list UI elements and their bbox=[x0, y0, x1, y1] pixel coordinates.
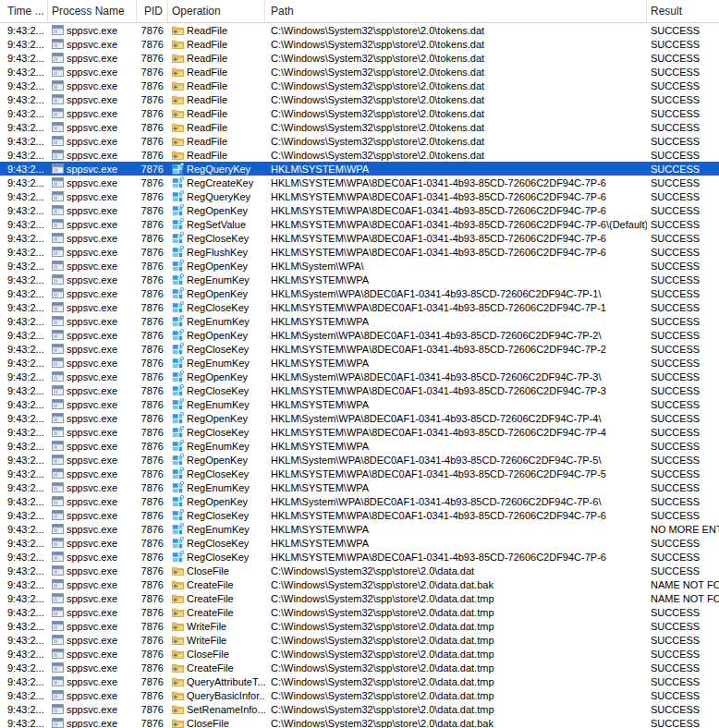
table-row[interactable]: 9:43:2...sppsvc.exe7876RegCloseKeyHKLM\S… bbox=[0, 300, 719, 314]
table-row[interactable]: 9:43:2...sppsvc.exe7876CreateFileC:\Wind… bbox=[0, 577, 719, 591]
process-name-text: sppsvc.exe bbox=[67, 25, 117, 36]
process-name-text: sppsvc.exe bbox=[67, 690, 117, 701]
process-window-icon bbox=[52, 661, 64, 673]
column-header-time[interactable]: Time ... bbox=[0, 0, 48, 22]
time-cell: 9:43:2... bbox=[0, 162, 48, 176]
process-name-text: sppsvc.exe bbox=[67, 330, 117, 341]
table-row[interactable]: 9:43:2...sppsvc.exe7876RegQueryKeyHKLM\S… bbox=[0, 189, 719, 203]
table-row[interactable]: 9:43:2...sppsvc.exe7876RegCloseKeyHKLM\S… bbox=[0, 508, 719, 522]
time-cell: 9:43:2... bbox=[0, 273, 48, 286]
table-row[interactable]: 9:43:2...sppsvc.exe7876RegEnumKeyHKLM\SY… bbox=[0, 522, 719, 536]
pid-cell: 7876 bbox=[137, 550, 168, 564]
operation-cell: RegCloseKey bbox=[168, 231, 265, 245]
table-row[interactable]: 9:43:2...sppsvc.exe7876ReadFileC:\Window… bbox=[0, 51, 719, 65]
table-row[interactable]: 9:43:2...sppsvc.exe7876QueryAttributeT..… bbox=[0, 674, 719, 688]
column-header-pid[interactable]: PID bbox=[137, 0, 168, 22]
table-row[interactable]: 9:43:2...sppsvc.exe7876RegCloseKeyHKLM\S… bbox=[0, 550, 719, 564]
path-cell: HKLM\SYSTEM\WPA\8DEC0AF1-0341-4b93-85CD-… bbox=[265, 550, 647, 564]
table-row[interactable]: 9:43:2...sppsvc.exe7876CloseFileC:\Windo… bbox=[0, 564, 719, 577]
operation-cell: RegOpenKey bbox=[168, 259, 265, 273]
table-row[interactable]: 9:43:2...sppsvc.exe7876ReadFileC:\Window… bbox=[0, 79, 719, 92]
process-name-text: sppsvc.exe bbox=[67, 53, 117, 64]
table-row[interactable]: 9:43:2...sppsvc.exe7876RegSetValueHKLM\S… bbox=[0, 217, 719, 231]
table-row[interactable]: 9:43:2...sppsvc.exe7876RegCloseKeyHKLM\S… bbox=[0, 342, 719, 356]
table-row[interactable]: 9:43:2...sppsvc.exe7876CreateFileC:\Wind… bbox=[0, 591, 719, 605]
table-row[interactable]: 9:43:2...sppsvc.exe7876RegOpenKeyHKLM\Sy… bbox=[0, 370, 719, 383]
result-cell: SUCCESS bbox=[647, 51, 719, 65]
path-cell: C:\Windows\System32\spp\store\2.0\tokens… bbox=[265, 79, 647, 92]
table-row[interactable]: 9:43:2...sppsvc.exe7876RegFlushKeyHKLM\S… bbox=[0, 245, 719, 259]
table-row[interactable]: 9:43:2...sppsvc.exe7876CreateFileC:\Wind… bbox=[0, 605, 719, 619]
process-name-text: sppsvc.exe bbox=[67, 593, 117, 604]
column-header-result[interactable]: Result bbox=[647, 0, 719, 22]
table-row[interactable]: 9:43:2...sppsvc.exe7876ReadFileC:\Window… bbox=[0, 106, 719, 120]
table-row[interactable]: 9:43:2...sppsvc.exe7876RegOpenKeyHKLM\Sy… bbox=[0, 411, 719, 425]
table-row[interactable]: 9:43:2...sppsvc.exe7876RegOpenKeyHKLM\Sy… bbox=[0, 259, 719, 273]
table-row[interactable]: 9:43:2...sppsvc.exe7876WriteFileC:\Windo… bbox=[0, 619, 719, 633]
table-row[interactable]: 9:43:2...sppsvc.exe7876RegEnumKeyHKLM\SY… bbox=[0, 314, 719, 328]
registry-key-icon bbox=[172, 357, 184, 369]
table-row[interactable]: 9:43:2...sppsvc.exe7876ReadFileC:\Window… bbox=[0, 134, 719, 148]
table-row[interactable]: 9:43:2...sppsvc.exe7876QueryBasicInfor..… bbox=[0, 688, 719, 702]
process-name-text: sppsvc.exe bbox=[67, 704, 117, 715]
process-name-text: sppsvc.exe bbox=[67, 136, 117, 147]
table-row[interactable]: 9:43:2...sppsvc.exe7876RegOpenKeyHKLM\Sy… bbox=[0, 494, 719, 508]
table-row[interactable]: 9:43:2...sppsvc.exe7876RegEnumKeyHKLM\SY… bbox=[0, 273, 719, 286]
time-cell: 9:43:2... bbox=[0, 231, 48, 245]
column-header-operation[interactable]: Operation bbox=[168, 0, 265, 22]
table-row[interactable]: 9:43:2...sppsvc.exe7876RegCloseKeyHKLM\S… bbox=[0, 536, 719, 550]
operation-text: RegEnumKey bbox=[187, 399, 250, 410]
table-row[interactable]: 9:43:2...sppsvc.exe7876RegCloseKeyHKLM\S… bbox=[0, 467, 719, 480]
table-row[interactable]: 9:43:2...sppsvc.exe7876WriteFileC:\Windo… bbox=[0, 633, 719, 647]
column-header-path[interactable]: Path bbox=[265, 0, 647, 22]
process-name-text: sppsvc.exe bbox=[67, 538, 117, 549]
table-row[interactable]: 9:43:2...sppsvc.exe7876ReadFileC:\Window… bbox=[0, 65, 719, 79]
process-name-text: sppsvc.exe bbox=[67, 316, 117, 327]
time-cell: 9:43:2... bbox=[0, 148, 48, 162]
table-row[interactable]: 9:43:2...sppsvc.exe7876CreateFileC:\Wind… bbox=[0, 661, 719, 674]
table-row[interactable]: 9:43:2...sppsvc.exe7876RegEnumKeyHKLM\SY… bbox=[0, 480, 719, 494]
table-row[interactable]: 9:43:2...sppsvc.exe7876RegCloseKeyHKLM\S… bbox=[0, 425, 719, 439]
table-row[interactable]: 9:43:2...sppsvc.exe7876SetRenameInfo...C… bbox=[0, 702, 719, 716]
path-cell: C:\Windows\System32\spp\store\2.0\tokens… bbox=[265, 106, 647, 120]
table-row[interactable]: 9:43:2...sppsvc.exe7876ReadFileC:\Window… bbox=[0, 148, 719, 162]
folder-file-icon bbox=[172, 578, 184, 590]
result-cell: SUCCESS bbox=[647, 716, 719, 728]
table-row[interactable]: 9:43:2...sppsvc.exe7876RegCreateKeyHKLM\… bbox=[0, 176, 719, 189]
path-cell: HKLM\SYSTEM\WPA\8DEC0AF1-0341-4b93-85CD-… bbox=[265, 217, 647, 231]
table-row[interactable]: 9:43:2...sppsvc.exe7876CloseFileC:\Windo… bbox=[0, 647, 719, 661]
table-row[interactable]: 9:43:2...sppsvc.exe7876ReadFileC:\Window… bbox=[0, 37, 719, 51]
path-cell: HKLM\System\WPA\8DEC0AF1-0341-4b93-85CD-… bbox=[265, 328, 647, 342]
column-header-process[interactable]: Process Name bbox=[48, 0, 137, 22]
table-row[interactable]: 9:43:2...sppsvc.exe7876ReadFileC:\Window… bbox=[0, 23, 719, 37]
operation-cell: RegEnumKey bbox=[168, 356, 265, 370]
table-row[interactable]: 9:43:2...sppsvc.exe7876RegOpenKeyHKLM\SY… bbox=[0, 203, 719, 217]
table-row-selected[interactable]: 9:43:2...sppsvc.exe7876RegQueryKeyHKLM\S… bbox=[0, 162, 719, 176]
path-cell: HKLM\SYSTEM\WPA\8DEC0AF1-0341-4b93-85CD-… bbox=[265, 342, 647, 356]
folder-file-icon bbox=[172, 93, 184, 105]
time-cell: 9:43:2... bbox=[0, 467, 48, 480]
process-window-icon bbox=[52, 329, 64, 341]
column-header-pid-label: PID bbox=[144, 5, 163, 18]
result-cell: SUCCESS bbox=[647, 342, 719, 356]
table-row[interactable]: 9:43:2...sppsvc.exe7876RegEnumKeyHKLM\SY… bbox=[0, 356, 719, 370]
table-row[interactable]: 9:43:2...sppsvc.exe7876RegCloseKeyHKLM\S… bbox=[0, 383, 719, 397]
pid-cell: 7876 bbox=[137, 273, 168, 286]
result-cell: SUCCESS bbox=[647, 550, 719, 564]
table-row[interactable]: 9:43:2...sppsvc.exe7876ReadFileC:\Window… bbox=[0, 92, 719, 106]
process-window-icon bbox=[52, 717, 64, 728]
table-row[interactable]: 9:43:2...sppsvc.exe7876RegCloseKeyHKLM\S… bbox=[0, 231, 719, 245]
table-row[interactable]: 9:43:2...sppsvc.exe7876ReadFileC:\Window… bbox=[0, 120, 719, 134]
process-cell: sppsvc.exe bbox=[48, 176, 137, 189]
table-row[interactable]: 9:43:2...sppsvc.exe7876CloseFileC:\Windo… bbox=[0, 716, 719, 728]
table-row[interactable]: 9:43:2...sppsvc.exe7876RegEnumKeyHKLM\SY… bbox=[0, 397, 719, 411]
time-cell: 9:43:2... bbox=[0, 577, 48, 591]
table-row[interactable]: 9:43:2...sppsvc.exe7876RegOpenKeyHKLM\Sy… bbox=[0, 286, 719, 300]
result-cell: SUCCESS bbox=[647, 134, 719, 148]
pid-cell: 7876 bbox=[137, 342, 168, 356]
column-header-operation-label: Operation bbox=[172, 5, 221, 18]
result-cell: SUCCESS bbox=[647, 425, 719, 439]
table-row[interactable]: 9:43:2...sppsvc.exe7876RegEnumKeyHKLM\SY… bbox=[0, 439, 719, 453]
table-row[interactable]: 9:43:2...sppsvc.exe7876RegOpenKeyHKLM\Sy… bbox=[0, 453, 719, 467]
table-row[interactable]: 9:43:2...sppsvc.exe7876RegOpenKeyHKLM\Sy… bbox=[0, 328, 719, 342]
